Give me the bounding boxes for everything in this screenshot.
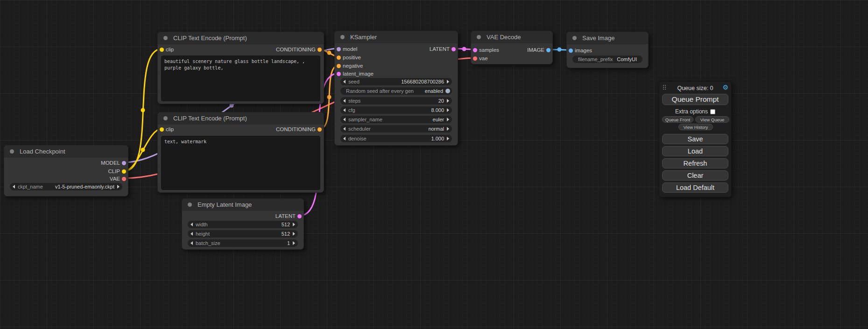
node-title-bar[interactable]: KSampler	[335, 31, 458, 43]
model-output-pin[interactable]	[122, 161, 126, 165]
collapse-dot-icon[interactable]	[572, 36, 577, 40]
slot-label: latent_image	[343, 71, 374, 77]
node-save-image[interactable]: Save Image images filename_prefix ComfyU…	[566, 32, 649, 68]
sampler-name-widget[interactable]: sampler_name euler	[340, 116, 452, 123]
decrement-arrow-icon[interactable]	[191, 232, 193, 236]
node-title-bar[interactable]: Empty Latent Image	[182, 199, 303, 211]
increment-arrow-icon[interactable]	[447, 127, 449, 131]
collapse-dot-icon[interactable]	[10, 149, 14, 154]
node-title-bar[interactable]: Save Image	[567, 32, 648, 44]
increment-arrow-icon[interactable]	[293, 223, 295, 226]
prompt-textarea[interactable]: beautiful scenery nature glass bottle la…	[161, 56, 320, 101]
latent-image-input-pin[interactable]	[337, 72, 341, 76]
node-load-checkpoint[interactable]: Load Checkpoint MODEL CLIP VAE ckpt_name…	[4, 145, 128, 196]
ckpt-name-widget[interactable]: ckpt_name v1-5-pruned-emaonly.ckpt	[10, 183, 122, 190]
widget-label: Random seed after every gen	[346, 87, 414, 95]
denoise-widget[interactable]: denoise 1.000	[340, 135, 452, 142]
images-input-pin[interactable]	[569, 49, 573, 53]
widget-label: filename_prefix	[578, 56, 613, 63]
collapse-dot-icon[interactable]	[188, 203, 192, 207]
decrement-arrow-icon[interactable]	[343, 118, 346, 121]
latent-output-pin[interactable]	[297, 214, 302, 218]
node-title-bar[interactable]: Load Checkpoint	[4, 146, 128, 158]
decrement-arrow-icon[interactable]	[343, 108, 346, 112]
input-slot-vae: vae	[471, 55, 552, 62]
steps-widget[interactable]: steps 20	[340, 97, 452, 105]
conditioning-output-pin[interactable]	[318, 48, 322, 52]
queue-front-button[interactable]: Queue Front	[662, 116, 693, 123]
refresh-button[interactable]: Refresh	[662, 158, 728, 168]
decrement-arrow-icon[interactable]	[191, 241, 193, 245]
batch-size-widget[interactable]: batch_size 1	[188, 239, 298, 247]
node-ksampler[interactable]: KSampler model LATENT positive negative …	[334, 31, 458, 146]
width-widget[interactable]: width 512	[188, 221, 298, 228]
node-title: Load Checkpoint	[20, 148, 65, 155]
node-title-bar[interactable]: CLIP Text Encode (Prompt)	[158, 32, 324, 44]
decrement-arrow-icon[interactable]	[191, 223, 193, 226]
decrement-arrow-icon[interactable]	[13, 185, 15, 189]
node-clip-text-encode-negative[interactable]: CLIP Text Encode (Prompt) clip CONDITION…	[157, 112, 324, 193]
node-empty-latent-image[interactable]: Empty Latent Image LATENT width 512 heig…	[182, 198, 304, 250]
increment-arrow-icon[interactable]	[293, 241, 295, 245]
vae-output-pin[interactable]	[122, 177, 126, 181]
vae-input-pin[interactable]	[473, 56, 477, 61]
extra-options-checkbox[interactable]	[710, 109, 715, 114]
node-title-bar[interactable]: CLIP Text Encode (Prompt)	[158, 112, 324, 125]
seed-widget[interactable]: seed 156680208700286	[340, 78, 452, 85]
increment-arrow-icon[interactable]	[447, 99, 449, 103]
view-queue-button[interactable]: View Queue	[695, 116, 729, 123]
toggle-dot-icon[interactable]	[445, 89, 450, 93]
widget-label: seed	[348, 78, 360, 85]
queue-prompt-button[interactable]: Queue Prompt	[662, 94, 728, 105]
node-vae-decode[interactable]: VAE Decode samples IMAGE vae	[471, 31, 553, 64]
load-default-button[interactable]: Load Default	[662, 182, 728, 193]
random-seed-toggle-widget[interactable]: Random seed after every gen enabled	[340, 87, 452, 95]
node-graph-canvas[interactable]: Load Checkpoint MODEL CLIP VAE ckpt_name…	[0, 0, 868, 329]
filename-prefix-widget[interactable]: filename_prefix ComfyUI	[572, 56, 642, 63]
clip-output-pin[interactable]	[122, 169, 126, 174]
decrement-arrow-icon[interactable]	[343, 80, 346, 84]
image-output-pin[interactable]	[546, 48, 550, 52]
prompt-textarea[interactable]: text, watermark	[161, 136, 320, 190]
save-button[interactable]: Save	[662, 134, 728, 144]
latent-output-pin[interactable]	[452, 47, 456, 51]
negative-input-pin[interactable]	[337, 64, 341, 68]
collapse-dot-icon[interactable]	[477, 35, 481, 39]
input-slot-negative: negative	[335, 63, 458, 69]
view-history-button[interactable]: View History	[678, 124, 713, 130]
input-slot-positive: positive	[335, 54, 458, 61]
widget-label: cfg	[348, 106, 355, 114]
widget-label: sampler_name	[348, 116, 382, 123]
positive-input-pin[interactable]	[337, 56, 341, 60]
collapse-dot-icon[interactable]	[163, 36, 168, 40]
widget-label: denoise	[348, 135, 367, 142]
output-slot-conditioning: CONDITIONING	[158, 46, 324, 53]
output-slot-image: IMAGE	[471, 47, 552, 53]
node-title-bar[interactable]: VAE Decode	[471, 31, 552, 43]
slot-label: CLIP	[108, 168, 120, 174]
conditioning-output-pin[interactable]	[318, 127, 322, 132]
cfg-widget[interactable]: cfg 8.000	[340, 106, 452, 114]
decrement-arrow-icon[interactable]	[343, 127, 346, 131]
increment-arrow-icon[interactable]	[447, 118, 449, 121]
widget-label: steps	[348, 97, 360, 105]
collapse-dot-icon[interactable]	[340, 35, 345, 39]
increment-arrow-icon[interactable]	[447, 108, 449, 112]
decrement-arrow-icon[interactable]	[343, 137, 346, 140]
widget-value: normal	[428, 125, 444, 133]
increment-arrow-icon[interactable]	[447, 80, 449, 84]
increment-arrow-icon[interactable]	[293, 232, 295, 236]
node-title: CLIP Text Encode (Prompt)	[173, 115, 247, 122]
load-button[interactable]: Load	[662, 146, 728, 156]
decrement-arrow-icon[interactable]	[343, 99, 346, 103]
clear-button[interactable]: Clear	[662, 170, 728, 181]
widget-label: scheduler	[348, 125, 371, 133]
scheduler-widget[interactable]: scheduler normal	[340, 125, 452, 133]
height-widget[interactable]: height 512	[188, 230, 298, 238]
increment-arrow-icon[interactable]	[447, 137, 449, 140]
settings-gear-icon[interactable]: ⚙	[722, 84, 728, 91]
output-slot-model: MODEL	[4, 160, 128, 166]
node-clip-text-encode-positive[interactable]: CLIP Text Encode (Prompt) clip CONDITION…	[157, 32, 324, 104]
increment-arrow-icon[interactable]	[117, 185, 120, 189]
collapse-dot-icon[interactable]	[163, 116, 168, 120]
